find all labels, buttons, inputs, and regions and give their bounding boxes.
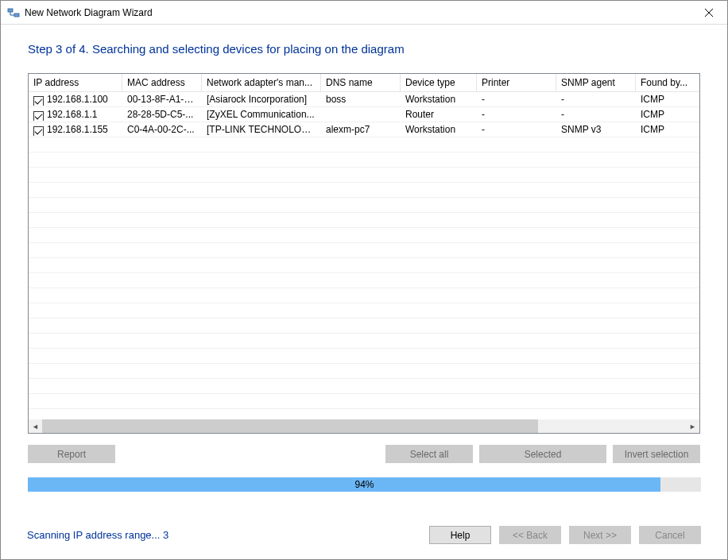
col-header-prn[interactable]: Printer xyxy=(477,74,556,91)
cell-dns: boss xyxy=(321,94,401,105)
svg-rect-0 xyxy=(8,9,13,12)
report-button[interactable]: Report xyxy=(28,445,115,463)
table-row xyxy=(29,213,699,228)
step-heading: Step 3 of 4. Searching and selecting dev… xyxy=(28,42,700,56)
cell-dns: alexm-pc7 xyxy=(321,124,401,135)
table-row xyxy=(29,394,699,409)
cell-found: ICMP xyxy=(636,124,699,135)
table-row xyxy=(29,303,699,319)
progress-label: 94% xyxy=(28,477,701,492)
cell-man: [TP-LINK TECHNOLOGI... xyxy=(202,124,321,135)
table-row xyxy=(29,364,699,379)
horizontal-scrollbar[interactable]: ◄ ► xyxy=(29,419,699,433)
col-header-mac[interactable]: MAC address xyxy=(122,74,202,91)
cell-snmp: - xyxy=(556,109,636,120)
table-row xyxy=(29,258,699,273)
cell-ip: 192.168.1.155 xyxy=(47,124,108,135)
table-row xyxy=(29,228,699,243)
scroll-left-icon[interactable]: ◄ xyxy=(29,419,42,433)
status-text: Scanning IP address range... 3 xyxy=(27,529,168,541)
table-row xyxy=(29,243,699,258)
select-all-button[interactable]: Select all xyxy=(385,445,473,463)
scroll-right-icon[interactable]: ► xyxy=(686,419,699,433)
help-button[interactable]: Help xyxy=(429,526,491,544)
row-checkbox[interactable] xyxy=(33,126,44,136)
col-header-found[interactable]: Found by... xyxy=(636,74,699,91)
cell-ip: 192.168.1.100 xyxy=(47,94,108,105)
cell-ip: 192.168.1.1 xyxy=(47,109,97,120)
cell-type: Router xyxy=(401,109,477,120)
table-row xyxy=(29,198,699,213)
table-row xyxy=(29,153,699,168)
table-row xyxy=(29,183,699,198)
titlebar: New Network Diagram Wizard xyxy=(1,1,727,25)
cell-prn: - xyxy=(477,124,556,135)
table-row[interactable]: 192.168.1.128-28-5D-C5-...[ZyXEL Communi… xyxy=(29,107,699,122)
table-row xyxy=(29,168,699,183)
table-row xyxy=(29,319,699,334)
back-button[interactable]: << Back xyxy=(499,526,561,544)
footer: Scanning IP address range... 3 Help << B… xyxy=(27,526,701,544)
grid-body: 192.168.1.10000-13-8F-A1-B...[Asiarock I… xyxy=(29,92,699,420)
cell-prn: - xyxy=(477,94,556,105)
cell-type: Workstation xyxy=(401,94,477,105)
row-checkbox[interactable] xyxy=(33,96,44,106)
app-icon xyxy=(7,6,20,19)
table-row xyxy=(29,379,699,394)
scroll-thumb[interactable] xyxy=(42,419,538,433)
grid-header: IP address MAC address Network adapter's… xyxy=(29,74,699,92)
content-area: Step 3 of 4. Searching and selecting dev… xyxy=(1,25,727,492)
col-header-snmp[interactable]: SNMP agent xyxy=(556,74,636,91)
close-button[interactable] xyxy=(691,1,727,25)
footer-buttons: Help << Back Next >> Cancel xyxy=(429,526,701,544)
cell-mac: C0-4A-00-2C-... xyxy=(122,124,202,135)
cell-mac: 28-28-5D-C5-... xyxy=(122,109,202,120)
invert-selection-button[interactable]: Invert selection xyxy=(613,445,700,463)
table-row xyxy=(29,409,699,420)
col-header-type[interactable]: Device type xyxy=(401,74,477,91)
col-header-dns[interactable]: DNS name xyxy=(321,74,401,91)
cell-found: ICMP xyxy=(636,109,699,120)
cell-type: Workstation xyxy=(401,124,477,135)
progress-bar: 94% xyxy=(28,477,701,492)
selection-button-row: Report Select all Selected Invert select… xyxy=(28,445,700,463)
table-row xyxy=(29,137,699,153)
cell-mac: 00-13-8F-A1-B... xyxy=(122,94,202,105)
row-checkbox[interactable] xyxy=(33,111,44,121)
table-row[interactable]: 192.168.1.155C0-4A-00-2C-...[TP-LINK TEC… xyxy=(29,122,699,137)
cell-man: [ZyXEL Communication... xyxy=(202,109,321,120)
cancel-button[interactable]: Cancel xyxy=(639,526,701,544)
device-grid: IP address MAC address Network adapter's… xyxy=(28,73,700,434)
cell-found: ICMP xyxy=(636,94,699,105)
col-header-ip[interactable]: IP address xyxy=(29,74,122,91)
table-row xyxy=(29,334,699,349)
cell-prn: - xyxy=(477,109,556,120)
table-row xyxy=(29,349,699,364)
col-header-man[interactable]: Network adapter's man... xyxy=(202,74,321,91)
next-button[interactable]: Next >> xyxy=(569,526,631,544)
scroll-track[interactable] xyxy=(42,419,686,433)
cell-snmp: SNMP v3 xyxy=(556,124,636,135)
svg-rect-1 xyxy=(14,14,19,17)
selected-button[interactable]: Selected xyxy=(479,445,606,463)
table-row[interactable]: 192.168.1.10000-13-8F-A1-B...[Asiarock I… xyxy=(29,92,699,107)
cell-man: [Asiarock Incorporation] xyxy=(202,94,321,105)
table-row xyxy=(29,288,699,303)
window-title: New Network Diagram Wizard xyxy=(25,7,691,18)
table-row xyxy=(29,273,699,288)
cell-snmp: - xyxy=(556,94,636,105)
